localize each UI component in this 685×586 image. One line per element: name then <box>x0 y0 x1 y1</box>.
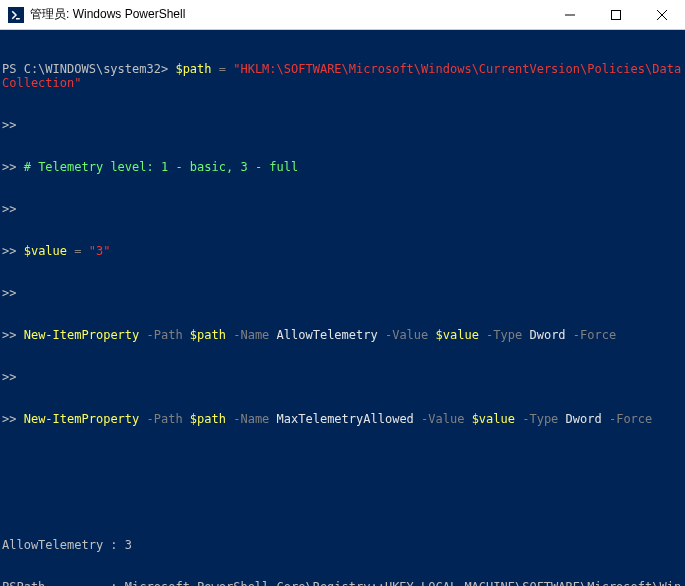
svg-rect-0 <box>612 10 621 19</box>
terminal-line: >> <box>0 370 685 384</box>
terminal-line: >> # Telemetry level: 1 - basic, 3 - ful… <box>0 160 685 174</box>
output-line: AllowTelemetry : 3 <box>0 538 685 552</box>
terminal-line: >> $value = "3" <box>0 244 685 258</box>
terminal-line: >> New-ItemProperty -Path $path -Name Al… <box>0 328 685 342</box>
terminal-line: >> New-ItemProperty -Path $path -Name Ma… <box>0 412 685 426</box>
close-button[interactable] <box>639 0 685 29</box>
window-title: 管理员: Windows PowerShell <box>30 6 547 23</box>
terminal-area[interactable]: PS C:\WINDOWS\system32> $path = "HKLM:\S… <box>0 30 685 586</box>
minimize-button[interactable] <box>547 0 593 29</box>
titlebar: 管理员: Windows PowerShell <box>0 0 685 30</box>
maximize-button[interactable] <box>593 0 639 29</box>
terminal-line <box>0 496 685 510</box>
terminal-line: >> <box>0 118 685 132</box>
window-buttons <box>547 0 685 29</box>
output-line: PSPath : Microsoft.PowerShell.Core\Regis… <box>0 580 685 586</box>
terminal-line: >> <box>0 286 685 300</box>
app-icon <box>8 7 24 23</box>
terminal-line: >> <box>0 202 685 216</box>
terminal-line <box>0 454 685 468</box>
terminal-line: PS C:\WINDOWS\system32> $path = "HKLM:\S… <box>0 62 685 90</box>
